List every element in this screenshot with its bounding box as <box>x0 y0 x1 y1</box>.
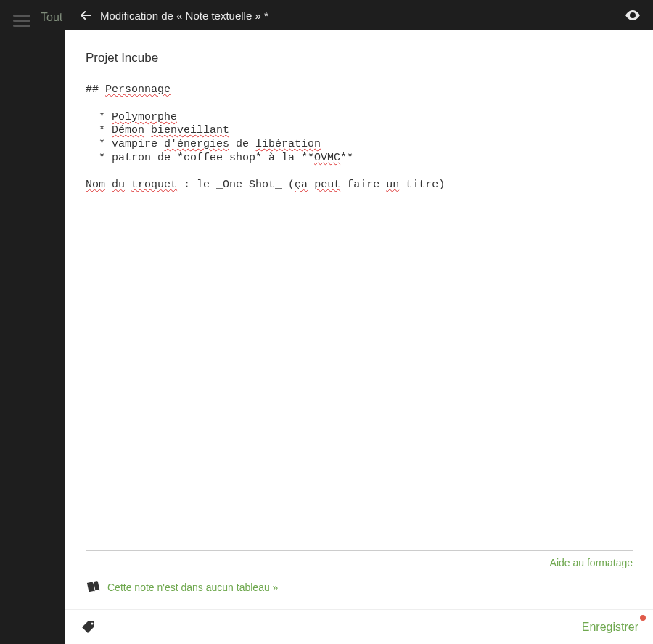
tag-icon <box>80 619 97 636</box>
formatting-help-link[interactable]: Aide au formatage <box>86 551 633 577</box>
back-button[interactable] <box>75 5 96 25</box>
preview-button[interactable] <box>623 5 643 25</box>
save-button[interactable]: Enregistrer <box>580 618 640 637</box>
board-row: Cette note n'est dans aucun tableau » <box>86 577 633 609</box>
sidebar-all-label[interactable]: Tout <box>41 11 62 24</box>
menu-icon[interactable] <box>13 12 30 29</box>
unsaved-indicator <box>640 615 646 621</box>
svg-point-2 <box>91 622 94 624</box>
eye-icon <box>624 7 641 24</box>
note-body-input[interactable]: ## Personnage * Polymorphe * Démon bienv… <box>86 73 633 551</box>
footer: Enregistrer <box>65 609 653 644</box>
tag-button[interactable] <box>78 617 99 637</box>
save-label: Enregistrer <box>582 621 638 633</box>
editor-panel: Modification de « Note textuelle » * ## … <box>65 0 653 644</box>
svg-point-1 <box>631 14 634 17</box>
topbar: Modification de « Note textuelle » * <box>65 0 653 30</box>
sidebar: Tout <box>0 0 65 644</box>
note-title-input[interactable] <box>86 44 633 73</box>
page-title: Modification de « Note textuelle » * <box>100 9 623 22</box>
board-link[interactable]: Cette note n'est dans aucun tableau » <box>107 582 278 593</box>
content-area: ## Personnage * Polymorphe * Démon bienv… <box>65 30 653 609</box>
book-icon <box>86 580 100 595</box>
arrow-left-icon <box>78 8 93 23</box>
